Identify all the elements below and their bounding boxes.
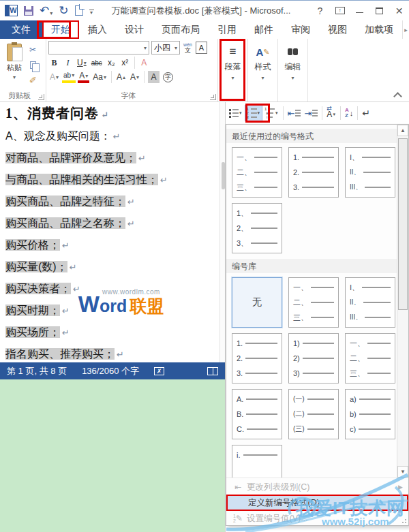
editing-group-collapsed[interactable]: 编辑 ▾: [278, 39, 308, 101]
tab-scroll-arrow[interactable]: ▸: [402, 20, 409, 39]
document-line[interactable]: 购买商品、品牌之特征；↵: [5, 194, 219, 210]
ribbon-display-options-button[interactable]: ↑: [330, 1, 350, 20]
gallery-scrollbar-thumb[interactable]: [398, 138, 408, 310]
cut-icon[interactable]: ✂: [27, 44, 39, 55]
number-format-option[interactable]: A.B.C.: [232, 389, 282, 439]
number-format-option[interactable]: 1)2)3): [288, 333, 339, 384]
tab-item-4[interactable]: 页面布局: [153, 20, 209, 39]
font-color-icon[interactable]: A▾: [78, 71, 89, 83]
phonetic-guide-icon[interactable]: wén文: [182, 42, 194, 54]
tab-file[interactable]: 文件: [0, 20, 42, 39]
collapse-ribbon-icon[interactable]: [395, 91, 401, 97]
shrink-font-icon[interactable]: A▾: [129, 71, 140, 83]
paragraph-group-collapsed[interactable]: ≡ 段落 ▾: [218, 39, 248, 101]
tab-item-5[interactable]: 引用: [209, 20, 245, 39]
italic-button[interactable]: I: [62, 57, 74, 69]
number-format-option[interactable]: I、II、III、: [345, 147, 395, 198]
tab-item-3[interactable]: 设计: [116, 20, 153, 39]
define-new-number-format-item[interactable]: 定义新编号格式(D)...: [226, 495, 408, 511]
number-format-option[interactable]: I、II、III、: [345, 277, 395, 328]
save-icon[interactable]: [24, 6, 33, 16]
number-format-option[interactable]: 1.2.3.: [288, 147, 339, 198]
page-info[interactable]: 第 1 页, 共 8 页: [7, 365, 67, 377]
grow-font-icon[interactable]: A▴: [115, 71, 127, 83]
decrease-indent-button[interactable]: ⇤: [286, 105, 303, 121]
document-line[interactable]: 对商品、品牌评价及意见；↵: [5, 151, 219, 166]
document-heading[interactable]: 1、消费者问卷↵: [5, 104, 219, 123]
qat-customize-icon[interactable]: ▾: [89, 7, 94, 14]
document-line[interactable]: 指名购买、推荐购买；↵: [5, 347, 219, 362]
maximize-button[interactable]: [369, 1, 389, 20]
enclose-character-icon[interactable]: 字: [162, 71, 175, 83]
tab-item-1[interactable]: 开始: [42, 20, 79, 39]
document-area[interactable]: 1、消费者问卷↵ A、观念及购买问题：↵对商品、品牌评价及意见；↵与商品、品牌相…: [0, 102, 219, 362]
number-format-option[interactable]: 一、二、三、: [345, 333, 395, 384]
show-hide-marks-button[interactable]: ↵: [361, 105, 372, 121]
change-case-icon[interactable]: Aa▾: [91, 71, 108, 83]
read-mode-icon[interactable]: [207, 367, 218, 375]
gallery-scrollbar[interactable]: ▲ ▼: [397, 125, 408, 478]
tab-item-6[interactable]: 邮件: [245, 20, 282, 39]
number-format-option[interactable]: 一、二、三、: [288, 277, 339, 328]
underline-button[interactable]: U▾: [76, 57, 88, 69]
sort-button[interactable]: AZ↓: [344, 105, 354, 121]
number-format-option[interactable]: i.ii.: [232, 445, 282, 478]
bullets-button[interactable]: ▾: [228, 105, 244, 121]
format-painter-icon[interactable]: ✎: [27, 74, 38, 86]
superscript-button[interactable]: x²: [119, 57, 131, 69]
return-mark: ↵: [62, 306, 70, 316]
number-format-option[interactable]: a)b)c): [345, 389, 395, 439]
text-effects-icon[interactable]: A▾: [48, 71, 60, 83]
asian-layout-button[interactable]: ⇄A▾: [325, 105, 337, 121]
document-line[interactable]: 购买价格；↵: [5, 238, 219, 253]
number-format-option[interactable]: 1.2.3.: [232, 333, 282, 384]
minimize-button[interactable]: [350, 1, 369, 20]
tab-item-2[interactable]: 插入: [79, 20, 116, 39]
tab-item-8[interactable]: 视图: [319, 20, 356, 39]
document-line[interactable]: 购买时期；↵: [5, 303, 219, 319]
strikethrough-button[interactable]: abc: [90, 57, 104, 69]
paragraph-group-label: 段落: [225, 61, 241, 73]
font-name-combo[interactable]: ▾: [48, 41, 149, 54]
document-icon[interactable]: [75, 5, 83, 16]
font-dialog-launcher[interactable]: [210, 94, 216, 100]
styles-group-collapsed[interactable]: A✎ 样式 ▾: [248, 39, 278, 101]
text-highlight-icon[interactable]: ab▾: [62, 71, 76, 83]
tab-item-9[interactable]: 加载项: [356, 20, 402, 39]
numbering-button[interactable]: 1 2 3 ▾: [245, 105, 263, 121]
undo-button[interactable]: ↶▾: [40, 5, 52, 16]
clear-formatting-icon[interactable]: A: [138, 57, 150, 69]
resize-grip[interactable]: [399, 516, 406, 523]
character-border-icon[interactable]: A: [196, 42, 207, 54]
proofing-status-icon[interactable]: ✗: [154, 367, 164, 375]
tab-item-7[interactable]: 审阅: [282, 20, 319, 39]
paste-button[interactable]: 粘贴 ▾: [2, 41, 27, 91]
document-line[interactable]: 购买决策者；↵: [5, 281, 219, 297]
subscript-button[interactable]: x₂: [106, 57, 117, 69]
paste-caret-icon[interactable]: ▾: [13, 74, 16, 80]
copy-icon[interactable]: [27, 59, 39, 70]
document-line[interactable]: A、观念及购买问题：↵: [5, 129, 219, 144]
number-format-option[interactable]: 1、2、3、: [232, 203, 282, 253]
document-line[interactable]: 与商品、品牌相关的生活习性；↵: [5, 172, 219, 188]
redo-icon[interactable]: ↻: [59, 5, 68, 16]
font-size-combo[interactable]: 小四▾: [151, 41, 180, 54]
bold-button[interactable]: B: [48, 57, 60, 69]
increase-indent-button[interactable]: ⇥: [303, 105, 319, 121]
close-button[interactable]: ✕: [389, 1, 409, 20]
document-line[interactable]: 购买场所；↵: [5, 325, 219, 341]
document-line[interactable]: 购买商品、品牌之名称；↵: [5, 216, 219, 232]
scroll-down-icon[interactable]: ▼: [397, 466, 408, 478]
number-format-option[interactable]: (一)(二)(三): [288, 389, 339, 439]
menu-item: ⇤更改列表级别(C)▶: [226, 480, 408, 495]
word-count[interactable]: 136/2060 个字: [82, 365, 139, 377]
number-format-option[interactable]: 一、二、三、: [232, 147, 282, 198]
document-line[interactable]: 购买量(数)；↵: [5, 260, 219, 275]
help-button[interactable]: ?: [310, 1, 330, 20]
scroll-up-icon[interactable]: ▲: [397, 125, 408, 136]
undo-caret-icon[interactable]: ▾: [50, 10, 52, 16]
character-shading-icon[interactable]: A: [148, 71, 160, 83]
multilevel-list-button[interactable]: 1 a i ▾: [263, 105, 280, 121]
number-format-none[interactable]: 无: [232, 277, 282, 328]
clipboard-dialog-launcher[interactable]: [38, 94, 44, 100]
